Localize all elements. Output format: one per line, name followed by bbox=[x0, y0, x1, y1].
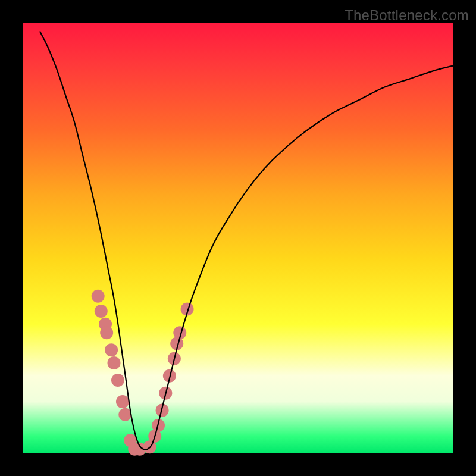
markers-group bbox=[92, 290, 194, 456]
chart-overlay-svg bbox=[0, 0, 476, 476]
watermark-text: TheBottleneck.com bbox=[345, 7, 469, 24]
bottleneck-curve bbox=[40, 31, 453, 449]
chart-frame: TheBottleneck.com bbox=[0, 0, 476, 476]
data-marker bbox=[111, 374, 124, 387]
data-marker bbox=[95, 305, 108, 318]
data-marker bbox=[107, 356, 120, 369]
data-marker bbox=[92, 290, 105, 303]
data-marker bbox=[116, 395, 129, 408]
data-marker bbox=[105, 343, 118, 356]
data-marker bbox=[100, 326, 113, 339]
